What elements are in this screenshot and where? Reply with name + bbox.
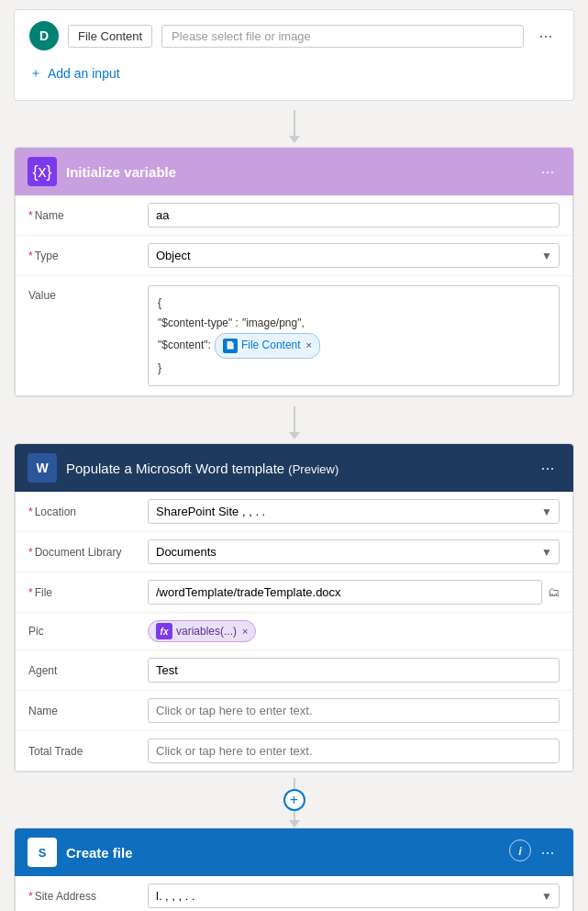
word-icon: W [28, 453, 57, 483]
type-label: *Type [28, 250, 148, 262]
location-label: *Location [28, 505, 148, 518]
name-label: *Name [28, 209, 148, 222]
populate-word-title: Populate a Microsoft Word template (Prev… [66, 461, 526, 476]
value-object-block[interactable]: { "$content-type" : "image/png", "$conte… [148, 285, 560, 386]
type-field-row: *Type Object ▼ [16, 236, 572, 276]
plus-icon: ＋ [29, 65, 42, 82]
add-step-button[interactable]: + [283, 789, 305, 811]
agent-label: Agent [28, 664, 148, 677]
file-content-token[interactable]: 📄 File Content × [215, 333, 320, 359]
initialize-variable-header-icons: ··· [535, 159, 560, 184]
populate-word-header: W Populate a Microsoft Word template (Pr… [15, 444, 573, 492]
name2-field-row: Name [16, 691, 572, 731]
initialize-variable-more-button[interactable]: ··· [535, 159, 560, 184]
site-address-field-row: *Site Address l. , , , . . ▼ [16, 876, 572, 911]
document-library-select[interactable]: Documents [148, 539, 560, 564]
document-library-label: *Document Library [28, 546, 148, 559]
connector-arrow-1 [14, 101, 574, 147]
create-file-title: Create file [66, 845, 500, 861]
site-address-select[interactable]: l. , , , . . [148, 883, 560, 908]
file-content-row: D File Content Please select file or ima… [29, 21, 559, 50]
site-address-label: *Site Address [28, 890, 148, 903]
value-label: Value [28, 285, 148, 302]
initialize-variable-title: Initialize variable [66, 164, 526, 180]
json-line-3: "$content": 📄 File Content × [158, 333, 549, 359]
fx-icon: fx [156, 623, 172, 639]
file-chip-close[interactable]: × [306, 337, 312, 355]
type-select[interactable]: Object [148, 243, 560, 268]
connector-add-line-bottom [294, 811, 295, 822]
name2-label: Name [28, 705, 148, 717]
name-input[interactable] [148, 203, 560, 228]
add-input-button[interactable]: ＋ Add an input [29, 61, 120, 85]
create-file-header-icons: i ··· [509, 839, 560, 865]
file-chip-label: File Content [241, 336, 301, 356]
json-line-4: } [158, 359, 549, 379]
pic-label: Pic [28, 625, 148, 638]
document-library-select-wrapper: Documents ▼ [148, 539, 560, 564]
connector-line [294, 110, 295, 138]
value-field-row: Value { "$content-type" : "image/png", "… [16, 276, 572, 395]
file-label: *File [28, 586, 148, 599]
type-select-wrapper: Object ▼ [148, 243, 560, 268]
populate-word-more-button[interactable]: ··· [535, 455, 560, 481]
file-input[interactable] [148, 580, 542, 605]
connector-add: + [14, 772, 574, 828]
file-field-row: *File 🗂 [16, 572, 572, 613]
create-file-more-button[interactable]: ··· [535, 839, 560, 865]
create-file-body: *Site Address l. , , , . . ▼ *Folder Pat… [15, 876, 573, 911]
add-input-label: Add an input [48, 66, 120, 81]
file-chip-icon: 📄 [223, 339, 238, 353]
file-content-block: D File Content Please select file or ima… [14, 9, 574, 101]
initialize-variable-header: {x} Initialize variable ··· [15, 148, 573, 195]
total-trade-field-row: Total Trade [16, 731, 572, 771]
connector-add-line-top [294, 778, 295, 789]
create-file-header: S Create file i ··· [15, 828, 573, 876]
file-content-value: Please select file or image [161, 25, 524, 48]
agent-input[interactable] [148, 658, 560, 683]
connector-arrow-2 [14, 397, 574, 443]
type-required-star: * [28, 250, 33, 262]
info-button[interactable]: i [509, 839, 531, 861]
populate-word-card: W Populate a Microsoft Word template (Pr… [14, 443, 574, 772]
location-select[interactable]: SharePoint Site , , . . [148, 499, 560, 524]
variables-label: variables(...) [176, 625, 237, 638]
name-required-star: * [28, 209, 33, 222]
file-content-more-button[interactable]: ··· [533, 23, 559, 49]
folder-icon[interactable]: 🗂 [548, 585, 560, 599]
populate-word-body: *Location SharePoint Site , , . . ▼ *Doc… [15, 492, 573, 772]
initialize-variable-body: *Name *Type Object ▼ Value [15, 195, 573, 396]
sharepoint-icon: S [28, 838, 57, 867]
create-file-card: S Create file i ··· *Site Address l. , ,… [14, 828, 574, 911]
location-select-wrapper: SharePoint Site , , . . ▼ [148, 499, 560, 524]
location-field-row: *Location SharePoint Site , , . . ▼ [16, 492, 572, 532]
initialize-variable-card: {x} Initialize variable ··· *Name *Type [14, 147, 574, 397]
agent-field-row: Agent [16, 650, 572, 691]
json-line-1: { [158, 294, 549, 314]
connector-line-2 [294, 406, 295, 434]
avatar: D [29, 21, 59, 50]
total-trade-input[interactable] [148, 739, 560, 763]
variables-chip-close[interactable]: × [242, 626, 248, 637]
populate-word-header-icons: ··· [535, 455, 560, 481]
json-line-2: "$content-type" : "image/png", [158, 314, 549, 334]
site-address-select-wrapper: l. , , , . . ▼ [148, 883, 560, 908]
variables-token[interactable]: fx variables(...) × [148, 620, 256, 642]
name-field-row: *Name [16, 195, 572, 236]
name2-input[interactable] [148, 698, 560, 723]
file-content-label: File Content [68, 25, 152, 48]
total-trade-label: Total Trade [28, 745, 148, 758]
document-library-field-row: *Document Library Documents ▼ [16, 532, 572, 572]
pic-field-row: Pic fx variables(...) × [16, 613, 572, 650]
variable-icon: {x} [28, 157, 57, 186]
